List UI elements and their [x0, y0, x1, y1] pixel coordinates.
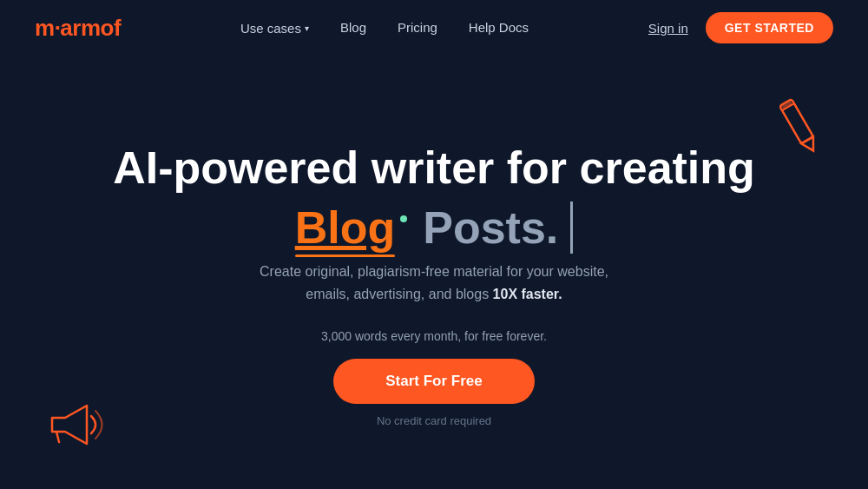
nav-item-pricing[interactable]: Pricing [398, 20, 437, 36]
start-for-free-button[interactable]: Start For Free [333, 359, 534, 404]
nav-actions: Sign in GET STARTED [648, 12, 833, 43]
pricing-link[interactable]: Pricing [398, 20, 437, 35]
nav-item-blog[interactable]: Blog [340, 20, 366, 36]
hero-description: Create original, plagiarism-free materia… [260, 261, 608, 305]
use-cases-label: Use cases [240, 21, 301, 36]
sign-in-link[interactable]: Sign in [648, 21, 688, 36]
svg-line-4 [56, 432, 59, 442]
navbar: m·armof Use cases ▾ Blog Pricing Help Do… [0, 0, 868, 56]
nav-item-use-cases[interactable]: Use cases ▾ [240, 21, 309, 36]
logo[interactable]: m·armof [35, 15, 121, 42]
words-info: 3,000 words every month, for free foreve… [321, 329, 547, 343]
megaphone-icon [35, 381, 122, 472]
nav-links: Use cases ▾ Blog Pricing Help Docs [240, 20, 529, 36]
dot-accent [400, 215, 407, 222]
hero-posts-text: Posts. [423, 202, 558, 254]
svg-marker-1 [801, 136, 819, 154]
hero-blog-text: Blog [295, 202, 396, 254]
hero-subtitle-row: Blog Posts. [295, 202, 574, 254]
no-credit-card-label: No credit card required [377, 414, 491, 427]
get-started-button[interactable]: GET STARTED [706, 12, 833, 43]
chevron-down-icon: ▾ [305, 23, 309, 33]
blog-link[interactable]: Blog [340, 20, 366, 35]
pencil-icon [764, 90, 833, 163]
nav-item-help-docs[interactable]: Help Docs [469, 20, 529, 36]
logo-text: m·armof [35, 15, 121, 41]
hero-title-line1: AI-powered writer for creating [113, 143, 755, 193]
cursor-blink [570, 202, 573, 254]
hero-section: AI-powered writer for creating Blog Post… [0, 56, 868, 489]
use-cases-link[interactable]: Use cases ▾ [240, 21, 309, 36]
hero-highlight: 10X faster. [493, 287, 562, 301]
help-docs-link[interactable]: Help Docs [469, 20, 529, 35]
